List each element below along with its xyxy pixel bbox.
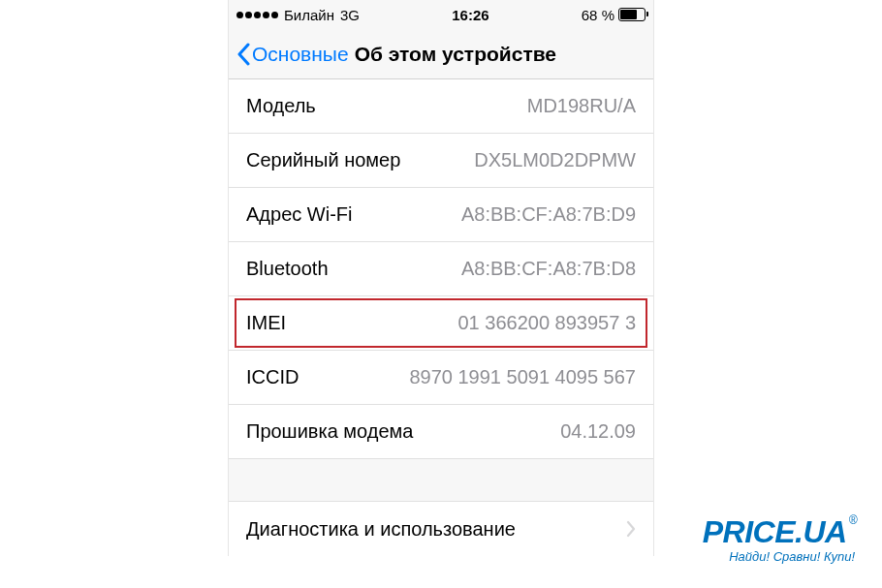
row-diagnostics[interactable]: Диагностика и использование [229, 502, 653, 556]
row-bluetooth: Bluetooth A8:BB:CF:A8:7B:D8 [229, 242, 653, 296]
row-label: Прошивка модема [246, 420, 413, 443]
row-value: 8970 1991 5091 4095 567 [409, 366, 636, 388]
row-value: A8:BB:CF:A8:7B:D8 [461, 258, 636, 280]
clock: 16:26 [452, 7, 488, 23]
row-value: A8:BB:CF:A8:7B:D9 [461, 203, 636, 226]
row-label: IMEI [246, 312, 286, 334]
row-modem-firmware: Прошивка модема 04.12.09 [229, 405, 653, 459]
row-label: Серийный номер [246, 149, 400, 171]
back-label: Основные [252, 43, 349, 66]
watermark-logo: PRICE.UA® [703, 516, 855, 547]
page-title: Об этом устройстве [355, 43, 556, 66]
battery-icon [618, 8, 646, 21]
row-imei: IMEI 01 366200 893957 3 [229, 296, 653, 351]
network-label: 3G [340, 7, 360, 23]
row-label: Диагностика и использование [246, 518, 516, 541]
chevron-left-icon [236, 43, 250, 66]
row-value: 01 366200 893957 3 [457, 312, 636, 334]
settings-list: Модель MD198RU/A Серийный номер DX5LM0D2… [229, 79, 653, 459]
row-label: ICCID [246, 366, 299, 388]
signal-strength-icon [236, 12, 278, 18]
row-value: 04.12.09 [560, 420, 636, 443]
back-button[interactable]: Основные [236, 43, 349, 66]
nav-bar: Основные Об этом устройстве [229, 29, 653, 79]
row-iccid: ICCID 8970 1991 5091 4095 567 [229, 351, 653, 405]
row-label: Адрес Wi-Fi [246, 203, 352, 226]
carrier-label: Билайн [284, 7, 334, 23]
watermark-tagline: Найди! Сравни! Купи! [703, 549, 855, 564]
battery-percent: 68 % [582, 7, 614, 23]
watermark: PRICE.UA® Найди! Сравни! Купи! [703, 516, 855, 564]
row-wifi: Адрес Wi-Fi A8:BB:CF:A8:7B:D9 [229, 188, 653, 242]
status-left: Билайн 3G [236, 7, 360, 23]
status-right: 68 % [582, 7, 646, 23]
row-value: DX5LM0D2DPMW [474, 149, 636, 171]
status-bar: Билайн 3G 16:26 68 % [229, 0, 653, 29]
section-gap [229, 459, 653, 502]
row-value: MD198RU/A [527, 95, 636, 117]
row-model: Модель MD198RU/A [229, 79, 653, 134]
chevron-right-icon [626, 520, 636, 538]
row-label: Модель [246, 95, 316, 117]
row-serial: Серийный номер DX5LM0D2DPMW [229, 134, 653, 188]
row-label: Bluetooth [246, 258, 329, 280]
phone-screen: Билайн 3G 16:26 68 % Основные Об этом ус… [228, 0, 654, 556]
